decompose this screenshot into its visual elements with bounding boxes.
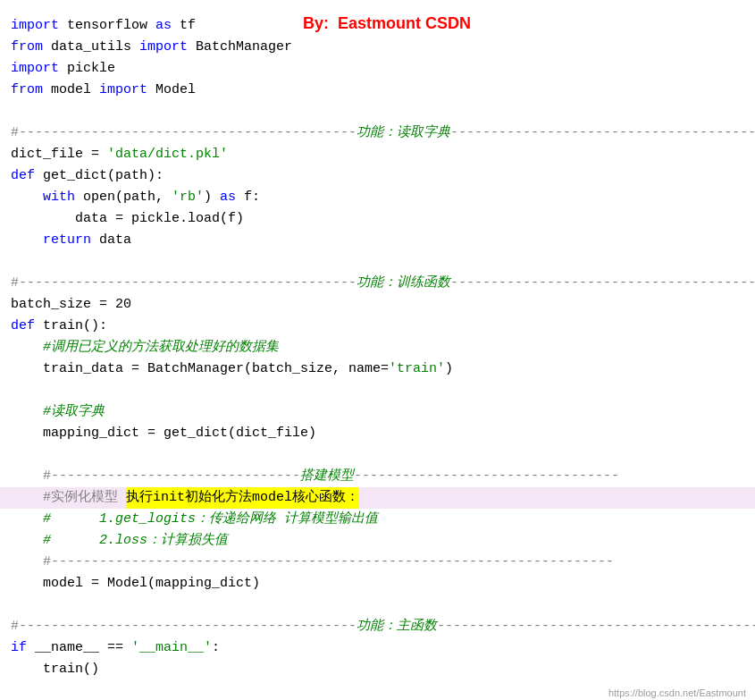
- keyword-import: import: [11, 15, 59, 37]
- line-def-get-dict: def get_dict(path):: [0, 165, 755, 187]
- line-comment-loss: # 2.loss：计算损失值: [0, 530, 755, 552]
- line-dict-file: dict_file = 'data/dict.pkl': [0, 144, 755, 165]
- brand-label: By: Eastmount CSDN: [303, 11, 471, 37]
- line-train-data: train_data = BatchManager(batch_size, na…: [0, 358, 755, 380]
- line-data-load: data = pickle.load(f): [0, 208, 755, 230]
- line-blank-1: [0, 101, 755, 122]
- line-train-call: train(): [0, 659, 755, 680]
- line-comment-call: #调用已定义的方法获取处理好的数据集: [0, 337, 755, 358]
- line-with: with open(path, 'rb') as f:: [0, 187, 755, 208]
- line-blank-4: [0, 444, 755, 466]
- line-batch-size: batch_size = 20: [0, 294, 755, 316]
- line-blank-2: [0, 251, 755, 273]
- line-mapping-dict: mapping_dict = get_dict(dict_file): [0, 423, 755, 444]
- line-3: import pickle: [0, 58, 755, 80]
- line-model-init: model = Model(mapping_dict): [0, 573, 755, 595]
- separator-model: #-------------------------------搭建模型----…: [0, 466, 755, 487]
- line-4: from model import Model: [0, 80, 755, 101]
- line-2: from data_utils import BatchManager: [0, 37, 755, 58]
- line-highlighted-comment: #实例化模型 执行init初始化方法model核心函数：: [0, 487, 755, 509]
- separator-main: #---------------------------------------…: [0, 616, 755, 637]
- separator-model-end: #---------------------------------------…: [0, 552, 755, 573]
- line-blank-5: [0, 595, 755, 616]
- line-blank-3: [0, 380, 755, 401]
- keyword-as: as: [155, 15, 172, 37]
- line-comment-dict: #读取字典: [0, 401, 755, 423]
- line-if-main: if __name__ == '__main__':: [0, 637, 755, 659]
- code-block: import tensorflow as tf By: Eastmount CS…: [0, 7, 755, 684]
- line-1: import tensorflow as tf By: Eastmount CS…: [0, 11, 755, 37]
- separator-dict: #---------------------------------------…: [0, 122, 755, 144]
- line-def-train: def train():: [0, 316, 755, 337]
- line-comment-logits: # 1.get_logits：传递给网络 计算模型输出值: [0, 509, 755, 530]
- watermark: https://blog.csdn.net/Eastmount: [0, 686, 755, 700]
- separator-train: #---------------------------------------…: [0, 273, 755, 294]
- line-return: return data: [0, 230, 755, 251]
